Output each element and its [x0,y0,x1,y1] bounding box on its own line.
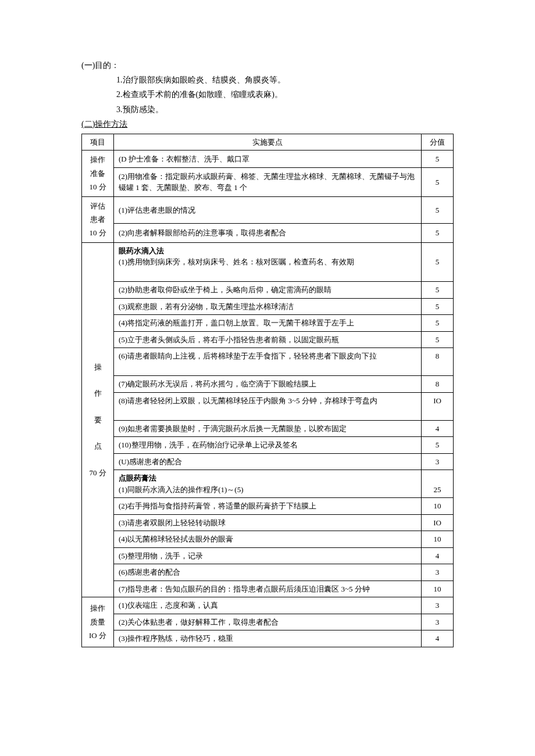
table-row: (2)协助患者取仰卧或坐于椅上，头略向后仰，确定需滴药的眼睛 5 [82,282,454,299]
cell-desc: (7)确定眼药水无误后，将药水摇匀，临空滴于下眼睑结膜上 [114,376,422,393]
table-row: (5)整理用物，洗手，记录 4 [82,547,454,564]
cell-desc: 点眼药膏法 (1)同眼药水滴入法的操作程序(1)～(5) [114,470,422,498]
cell-desc: (5)整理用物，洗手，记录 [114,547,422,564]
cell-score: IO [422,514,454,531]
section-label-prep: 操作 准备 10 分 [82,151,114,196]
cell-score: 8 [422,376,454,393]
table-row: (2)关心体贴患者，做好解释工作，取得患者配合 3 [82,614,454,630]
table-header-row: 项目 实施要点 分值 [82,134,454,151]
section-label-eval: 评估 患者 10 分 [82,196,114,242]
table-row: (2)右手拇指与食指持药膏管，将适量的眼药膏挤于下结膜上 10 [82,498,454,515]
cell-desc: (4)将指定药液的瓶盖打开，盖口朝上放置。取一无菌干棉球置于左手上 [114,315,422,332]
cell-desc: (3)请患者双眼闭上轻轻转动眼球 [114,514,422,531]
table-row: (7)确定眼药水无误后，将药水摇匀，临空滴于下眼睑结膜上 8 [82,376,454,393]
purpose-item-1: 1.治疗眼部疾病如眼睑炎、结膜炎、角膜炎等。 [81,73,454,87]
cell-score: 4 [422,420,454,437]
cell-desc: (2)用物准备：指定眼药水或眼药膏、棉签、无菌生理盐水棉球、无菌棉球、无菌镊子与… [114,167,422,196]
cell-desc: (2)向患者解释眼部给药的注意事项，取得患者配合 [114,224,422,243]
header-points: 实施要点 [114,134,422,151]
table-row: (4)以无菌棉球轻轻拭去眼外的眼膏 10 [82,531,454,548]
cell-score: 3 [422,614,454,630]
cell-desc: (1)仪表端庄，态度和蔼，认真 [114,597,422,614]
cell-desc: (10)整理用物，洗手，在药物治疗记录单上记录及签名 [114,437,422,454]
table-row: (10)整理用物，洗手，在药物治疗记录单上记录及签名 5 [82,437,454,454]
cell-desc: (2)协助患者取仰卧或坐于椅上，头略向后仰，确定需滴药的眼睛 [114,282,422,299]
cell-desc: (U)感谢患者的配合 [114,453,422,470]
header-project: 项目 [82,134,114,151]
cell-score: 4 [422,630,454,647]
purpose-item-2: 2.检查或手术前的准备(如散瞳、缩瞳或表麻)。 [81,87,454,102]
cell-score: 10 [422,531,454,548]
table-row: 操作 准备 10 分 (D 护士准备：衣帽整洁、洗手、戴口罩 5 [82,151,454,167]
cell-desc: (4)以无菌棉球轻轻拭去眼外的眼膏 [114,531,422,548]
heading-purpose: (一)目的： [81,58,454,73]
table-row: 操 作 要 点 70 分 眼药水滴入法 (1)携用物到病床旁，核对病床号、姓名：… [82,242,454,282]
cell-desc: (D 护士准备：衣帽整洁、洗手、戴口罩 [114,151,422,167]
table-row: (3)观察患眼，若有分泌物，取无菌生理盐水棉球清洁 5 [82,298,454,315]
cell-score: 5 [422,282,454,299]
table-row: (3)请患者双眼闭上轻轻转动眼球 IO [82,514,454,531]
cell-score: 10 [422,498,454,515]
cell-desc: (6)请患者眼睛向上注视，后将棉球垫于左手食指下，轻轻将患者下眼皮向下拉 [114,348,422,376]
table-row: (U)感谢患者的配合 3 [82,453,454,470]
cell-score: 5 [422,151,454,167]
table-row: (2)用物准备：指定眼药水或眼药膏、棉签、无菌生理盐水棉球、无菌棉球、无菌镊子与… [82,167,454,196]
cell-desc: (3)操作程序熟练，动作轻巧，稳重 [114,630,422,647]
cell-desc: (3)观察患眼，若有分泌物，取无菌生理盐水棉球清洁 [114,298,422,315]
cell-score: IO [422,392,454,420]
cell-score: 5 [422,224,454,243]
cell-score: 5 [422,167,454,196]
table-row: 操作 质量 IO 分 (1)仪表端庄，态度和蔼，认真 3 [82,597,454,614]
table-row: (2)向患者解释眼部给药的注意事项，取得患者配合 5 [82,224,454,243]
cell-desc: (2)右手拇指与食指持药膏管，将适量的眼药膏挤于下结膜上 [114,498,422,515]
cell-desc: 眼药水滴入法 (1)携用物到病床旁，核对病床号、姓名：核对医嘱，检查药名、有效期 [114,242,422,282]
cell-score: 5 [422,242,454,282]
table-row: 评估 患者 10 分 (1)评估患者患眼的情况 5 [82,196,454,223]
cell-score: 5 [422,315,454,332]
cell-score: 3 [422,453,454,470]
section-label-quality: 操作 质量 IO 分 [82,597,114,647]
table-row: (6)感谢患者的配合 3 [82,564,454,581]
table-row: 点眼药膏法 (1)同眼药水滴入法的操作程序(1)～(5) 25 [82,470,454,498]
table-row: (5)立于患者头侧或头后，将右手小指轻告患者前额，以固定眼药瓶 5 [82,331,454,348]
cell-score: 5 [422,196,454,223]
table-row: (7)指导患者：告知点眼药的目的：指导患者点眼药后须压迫泪囊区 3~5 分钟 1… [82,581,454,597]
purpose-item-3: 3.预防感染。 [81,102,454,117]
cell-desc: (6)感谢患者的配合 [114,564,422,581]
cell-score: 3 [422,564,454,581]
cell-score: 10 [422,581,454,597]
section-label-main: 操 作 要 点 70 分 [82,242,114,597]
cell-desc: (7)指导患者：告知点眼药的目的：指导患者点眼药后须压迫泪囊区 3~5 分钟 [114,581,422,597]
cell-score: 5 [422,298,454,315]
table-row: (3)操作程序熟练，动作轻巧，稳重 4 [82,630,454,647]
cell-score: 8 [422,348,454,376]
cell-desc: (9)如患者需要换眼垫时，于滴完眼药水后换一无菌眼垫，以胶布固定 [114,420,422,437]
cell-score: 5 [422,437,454,454]
operation-table: 项目 实施要点 分值 操作 准备 10 分 (D 护士准备：衣帽整洁、洗手、戴口… [81,134,454,647]
table-row: (6)请患者眼睛向上注视，后将棉球垫于左手食指下，轻轻将患者下眼皮向下拉 8 [82,348,454,376]
cell-score: 3 [422,597,454,614]
cell-score: 4 [422,547,454,564]
cell-score: 5 [422,331,454,348]
header-score: 分值 [422,134,454,151]
cell-desc: (1)评估患者患眼的情况 [114,196,422,223]
cell-desc: (8)请患者轻轻闭上双眼，以无菌棉球轻压于内眼角 3~5 分钟，弃棉球于弯盘内 [114,392,422,420]
table-row: (9)如患者需要换眼垫时，于滴完眼药水后换一无菌眼垫，以胶布固定 4 [82,420,454,437]
table-row: (8)请患者轻轻闭上双眼，以无菌棉球轻压于内眼角 3~5 分钟，弃棉球于弯盘内 … [82,392,454,420]
cell-score: 25 [422,470,454,498]
cell-desc: (5)立于患者头侧或头后，将右手小指轻告患者前额，以固定眼药瓶 [114,331,422,348]
cell-desc: (2)关心体贴患者，做好解释工作，取得患者配合 [114,614,422,630]
table-row: (4)将指定药液的瓶盖打开，盖口朝上放置。取一无菌干棉球置于左手上 5 [82,315,454,332]
heading-operation: (二)操作方法 [81,117,454,131]
